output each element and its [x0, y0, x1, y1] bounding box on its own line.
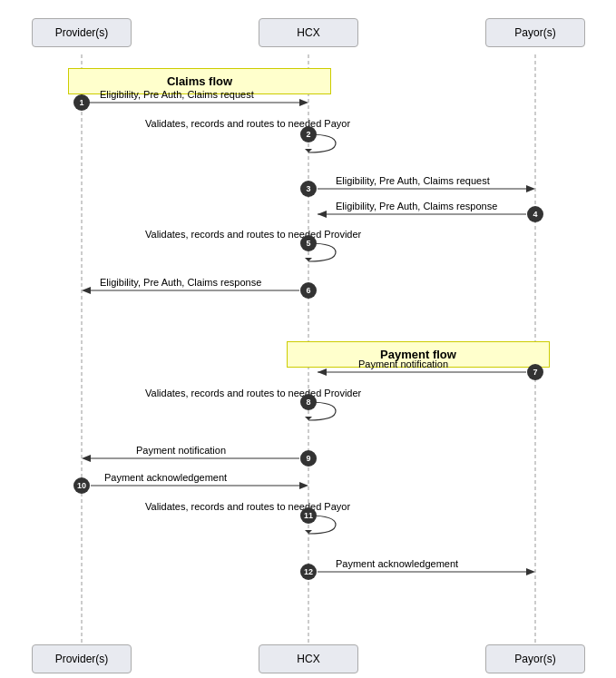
svg-marker-12	[82, 287, 91, 294]
actor-payor-bottom: Payor(s)	[485, 644, 585, 673]
actor-payor-top: Payor(s)	[485, 18, 585, 47]
svg-marker-10	[305, 258, 312, 261]
step-1-circle: 1	[73, 94, 90, 111]
step-8-label: Validates, records and routes to needed …	[145, 388, 361, 398]
step-12-label: Payment acknowledgement	[336, 558, 458, 569]
step-4-circle: 4	[527, 206, 543, 222]
step-12-circle: 12	[300, 564, 317, 580]
svg-marker-5	[305, 149, 312, 152]
step-5-circle: 5	[300, 235, 317, 251]
step-4-label: Eligibility, Pre Auth, Claims response	[336, 201, 497, 211]
step-7-circle: 7	[527, 364, 543, 380]
step-8-circle: 8	[300, 394, 317, 410]
svg-marker-9	[318, 211, 327, 218]
svg-marker-14	[318, 368, 327, 376]
step-9-circle: 9	[300, 450, 317, 467]
svg-marker-20	[305, 530, 312, 534]
step-3-circle: 3	[300, 181, 317, 197]
step-10-circle: 10	[73, 477, 90, 494]
step-1-label: Eligibility, Pre Auth, Claims request	[100, 89, 254, 100]
svg-marker-7	[526, 185, 535, 192]
step-11-circle: 11	[300, 507, 317, 524]
step-2-circle: 2	[300, 126, 317, 142]
step-3-label: Eligibility, Pre Auth, Claims request	[336, 175, 490, 186]
actor-provider-bottom: Provider(s)	[32, 644, 132, 673]
actor-hcx-bottom: HCX	[259, 644, 358, 673]
step-2-label: Validates, records and routes to needed …	[145, 118, 350, 129]
actor-provider-top: Provider(s)	[32, 18, 132, 47]
svg-marker-4	[299, 99, 308, 106]
svg-marker-19	[299, 482, 308, 489]
step-6-circle: 6	[300, 282, 317, 299]
step-6-label: Eligibility, Pre Auth, Claims response	[100, 277, 261, 288]
step-9-label: Payment notification	[136, 445, 226, 456]
step-7-label: Payment notification	[358, 359, 448, 369]
step-5-label: Validates, records and routes to needed …	[145, 229, 361, 240]
step-10-label: Payment acknowledgement	[104, 472, 227, 483]
svg-marker-15	[305, 417, 312, 420]
step-11-label: Validates, records and routes to needed …	[145, 501, 350, 512]
diagram-container: Provider(s) HCX Payor(s) Claims flow 1 E…	[0, 0, 616, 678]
svg-marker-22	[526, 568, 535, 575]
svg-marker-17	[82, 455, 91, 462]
actor-hcx-top: HCX	[259, 18, 358, 47]
